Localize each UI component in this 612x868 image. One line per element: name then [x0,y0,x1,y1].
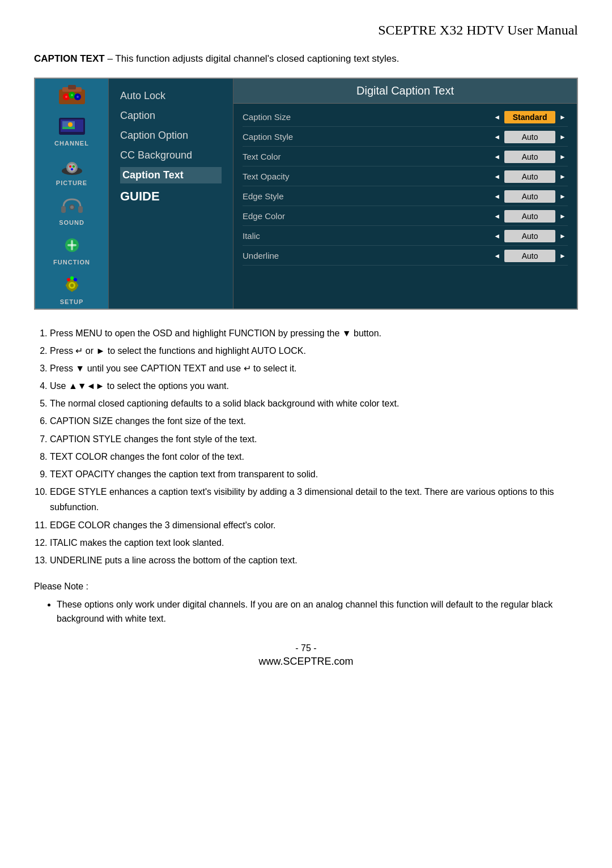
picture-label: PICTURE [56,179,87,186]
instructions-list: Press MENU to open the OSD and highlight… [34,326,578,568]
text-color-right[interactable]: ► [558,153,568,161]
underline-label: Underline [243,251,305,260]
caption-style-right[interactable]: ► [558,133,568,141]
sidebar-item-channel[interactable]: CHANNEL [35,110,108,150]
middle-menu: Auto Lock Caption Caption Option CC Back… [109,79,233,309]
note-section: Please Note : These options only work un… [34,579,578,626]
svg-point-30 [70,284,74,287]
caption-style-control: ◄ Auto ► [492,131,568,143]
svg-point-23 [70,206,74,209]
instruction-3: Press ▼ until you see CAPTION TEXT and u… [50,361,578,376]
svg-rect-12 [62,127,75,129]
svg-point-35 [67,278,70,281]
menu-item-caption-text[interactable]: Caption Text [120,167,222,183]
svg-point-17 [69,165,71,168]
italic-control: ◄ Auto ► [492,230,568,242]
channel-icon [55,114,89,139]
caption-size-label: Caption Size [243,112,305,122]
svg-point-6 [65,96,67,98]
svg-rect-2 [68,85,76,89]
edge-style-left[interactable]: ◄ [492,193,502,200]
edge-color-right[interactable]: ► [558,212,568,220]
italic-value: Auto [504,230,555,242]
edge-style-right[interactable]: ► [558,193,568,200]
edge-color-label: Edge Color [243,211,305,221]
svg-point-37 [74,278,77,281]
sidebar: CHANNEL PICTURE [35,79,109,309]
channel-label: CHANNEL [54,140,89,147]
instructions-section: Press MENU to open the OSD and highlight… [34,326,578,568]
sidebar-item-function[interactable]: FUNCTION [35,229,108,269]
note-list: These options only work under digital ch… [34,597,578,626]
underline-left[interactable]: ◄ [492,252,502,260]
menu-item-caption-option[interactable]: Caption Option [120,127,222,144]
intro-dash: – [105,53,116,64]
menu-item-caption[interactable]: Caption [120,108,222,124]
sidebar-item-sound[interactable]: SOUND [35,190,108,229]
caption-row-style: Caption Style ◄ Auto ► [243,128,568,147]
caption-style-left[interactable]: ◄ [492,133,502,141]
caption-row-text-opacity: Text Opacity ◄ Auto ► [243,168,568,186]
edge-color-control: ◄ Auto ► [492,210,568,223]
instruction-10: EDGE STYLE enhances a caption text's vis… [50,484,578,515]
instruction-2: Press ↵ or ► to select the functions and… [50,343,578,358]
menu-item-cc-background[interactable]: CC Background [120,147,222,164]
intro-body: This function adjusts digital channel's … [115,53,399,64]
function-label: FUNCTION [53,259,90,266]
underline-right[interactable]: ► [558,252,568,260]
menu-item-autolock[interactable]: Auto Lock [120,88,222,104]
edge-color-left[interactable]: ◄ [492,212,502,220]
website-url: www.SCEPTRE.com [34,656,578,668]
osd-screenshot: CHANNEL PICTURE [34,78,578,310]
text-color-left[interactable]: ◄ [492,153,502,161]
instruction-13: UNDERLINE puts a line across the bottom … [50,553,578,568]
caption-row-text-color: Text Color ◄ Auto ► [243,148,568,166]
svg-rect-27 [67,244,76,246]
edge-style-label: Edge Style [243,191,305,201]
svg-rect-32 [71,289,73,292]
italic-left[interactable]: ◄ [492,232,502,240]
caption-size-control: ◄ Standard ► [492,111,568,123]
caption-size-right[interactable]: ► [558,113,568,121]
caption-row-size: Caption Size ◄ Standard ► [243,108,568,127]
text-opacity-right[interactable]: ► [558,173,568,181]
sound-icon [55,193,89,218]
svg-rect-33 [66,284,68,287]
edge-style-control: ◄ Auto ► [492,190,568,203]
sidebar-item-picture[interactable]: PICTURE [35,150,108,190]
text-opacity-label: Text Opacity [243,172,305,181]
picture-icon [55,153,89,178]
toolbox-icon [55,82,89,107]
caption-row-edge-color: Edge Color ◄ Auto ► [243,207,568,226]
note-item-1: These options only work under digital ch… [57,597,578,626]
text-color-label: Text Color [243,152,305,161]
instruction-1: Press MENU to open the OSD and highlight… [50,326,578,341]
note-heading: Please Note : [34,579,578,594]
menu-item-guide[interactable]: GUIDE [120,187,222,206]
instruction-8: TEXT COLOR changes the font color of the… [50,449,578,464]
caption-size-left[interactable]: ◄ [492,113,502,121]
instruction-6: CAPTION SIZE changes the font size of th… [50,413,578,429]
sidebar-item-setup[interactable]: SETUP [35,269,108,309]
text-opacity-value: Auto [504,170,555,183]
svg-rect-34 [76,284,78,287]
svg-point-8 [76,96,79,98]
italic-right[interactable]: ► [558,232,568,240]
caption-rows: Caption Size ◄ Standard ► Caption Style … [233,104,577,270]
setup-icon [55,272,89,297]
underline-control: ◄ Auto ► [492,250,568,262]
caption-row-italic: Italic ◄ Auto ► [243,227,568,246]
intro-label: CAPTION TEXT [34,53,105,64]
text-color-control: ◄ Auto ► [492,151,568,163]
svg-point-18 [73,165,75,168]
sidebar-item-toolbox[interactable] [35,79,108,110]
text-opacity-left[interactable]: ◄ [492,173,502,181]
instruction-12: ITALIC makes the caption text look slant… [50,535,578,550]
function-icon [55,233,89,258]
instruction-7: CAPTION STYLE changes the font style of … [50,431,578,447]
text-color-value: Auto [504,151,555,163]
caption-style-value: Auto [504,131,555,143]
page-footer: - 75 - www.SCEPTRE.com [34,643,578,668]
caption-row-underline: Underline ◄ Auto ► [243,247,568,266]
edge-color-value: Auto [504,210,555,223]
